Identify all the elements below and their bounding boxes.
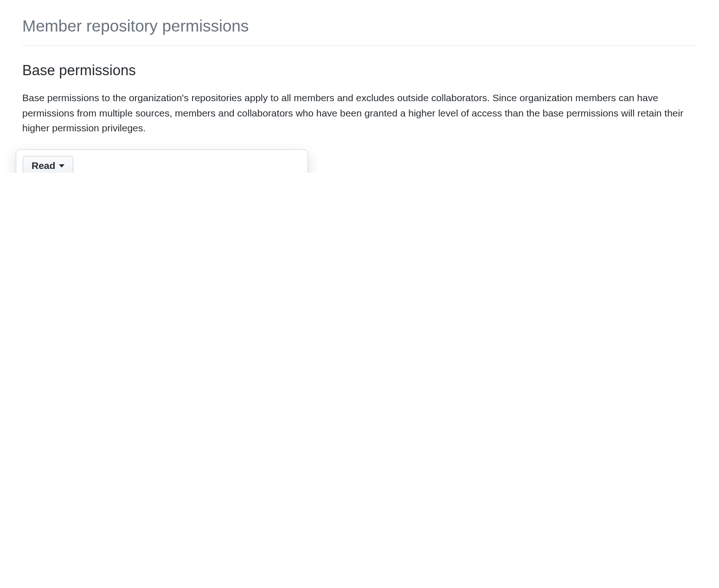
caret-down-icon <box>59 164 64 168</box>
page-title: Member repository permissions <box>22 14 697 46</box>
dropdown-menu: Read Organization member permissions Non… <box>16 149 308 173</box>
dropdown-selected-label: Read <box>32 160 55 171</box>
permission-dropdown-button[interactable]: Read <box>23 156 73 173</box>
base-permissions-title: Base permissions <box>22 60 697 82</box>
base-permissions-description: Base permissions to the organization's r… <box>22 90 697 136</box>
